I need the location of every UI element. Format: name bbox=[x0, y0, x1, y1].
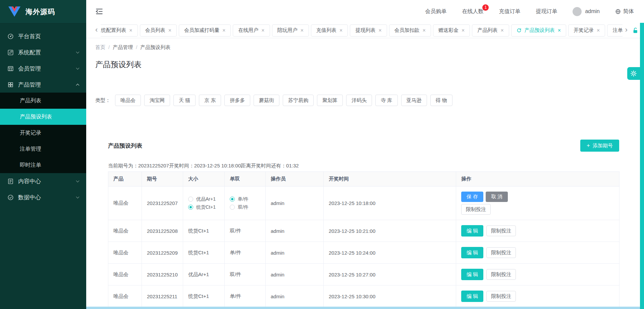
close-icon[interactable]: × bbox=[423, 28, 426, 33]
close-icon[interactable]: × bbox=[558, 28, 561, 33]
close-icon[interactable]: × bbox=[378, 28, 381, 33]
tab-member-list[interactable]: 会员列表 × bbox=[140, 24, 177, 37]
close-icon[interactable]: × bbox=[500, 28, 503, 33]
close-icon[interactable]: × bbox=[222, 28, 225, 33]
tab-draw-records[interactable]: 开奖记录 × bbox=[568, 24, 605, 37]
user-menu[interactable]: admin bbox=[573, 7, 600, 16]
tab-product-list[interactable]: 产品列表 × bbox=[472, 24, 509, 37]
unlock-icon[interactable] bbox=[632, 27, 639, 34]
cell-size: 优品Ar+1 bbox=[183, 264, 225, 286]
sidebar-item-product-management[interactable]: 产品管理 bbox=[0, 76, 86, 93]
tab-online-users[interactable]: 在线用户 × bbox=[233, 24, 270, 37]
edit-button[interactable]: 编 辑 bbox=[461, 291, 483, 302]
recharge-orders-link[interactable]: 充值订单 bbox=[499, 8, 520, 15]
settings-gear-button[interactable] bbox=[627, 67, 640, 80]
radio-on-icon[interactable] bbox=[188, 205, 193, 210]
radio-on-icon[interactable] bbox=[230, 197, 235, 202]
save-button[interactable]: 保 存 bbox=[461, 192, 483, 202]
limit-bet-button[interactable]: 限制投注 bbox=[486, 225, 516, 236]
tab-withdraw-list[interactable]: 提现列表 × bbox=[350, 24, 387, 37]
tab-escort-users[interactable]: 陪玩用户 × bbox=[272, 24, 309, 37]
type-btn-mogujie[interactable]: 蘑菇街 bbox=[254, 95, 279, 106]
limit-bet-button[interactable]: 限制投注 bbox=[486, 247, 516, 258]
refresh-icon[interactable] bbox=[517, 28, 522, 33]
sidebar-item-realtime-bets[interactable]: 即时注单 bbox=[0, 157, 86, 173]
tab-label: 开奖记录 bbox=[574, 27, 594, 34]
table-row: 唯品会 20231225210 优品Ar+1 双/件 admin 2023-12… bbox=[108, 264, 620, 286]
type-btn-siku[interactable]: 寺 库 bbox=[375, 95, 397, 106]
sidebar-item-dashboard[interactable]: 平台首页 bbox=[0, 28, 86, 44]
close-icon[interactable]: × bbox=[261, 28, 264, 33]
radio-size-option[interactable]: 优品Ar+1 bbox=[188, 196, 219, 202]
type-btn-tmall[interactable]: 天 猫 bbox=[173, 95, 196, 106]
menu-fold-icon[interactable] bbox=[95, 7, 104, 16]
close-icon[interactable]: × bbox=[597, 28, 600, 33]
limit-bet-button[interactable]: 限制投注 bbox=[461, 204, 491, 215]
tab-member-code-adjust[interactable]: 会员加减打码量 × bbox=[179, 24, 231, 37]
tab-member-adjustment[interactable]: 会员加扣款 × bbox=[389, 24, 431, 37]
sidebar-item-system-config[interactable]: 系统配置 bbox=[0, 44, 86, 60]
type-btn-taobao[interactable]: 淘宝网 bbox=[144, 95, 170, 106]
tab-label: 会员加扣款 bbox=[394, 27, 420, 34]
type-btn-suning[interactable]: 苏宁易购 bbox=[283, 95, 314, 106]
cell-actions: 编 辑 限制投注 bbox=[456, 264, 620, 286]
type-btn-juhuasuan[interactable]: 聚划算 bbox=[317, 95, 343, 106]
sidebar-item-product-list[interactable]: 产品列表 bbox=[0, 93, 86, 109]
tab-recharge-list[interactable]: 充值列表 × bbox=[311, 24, 348, 37]
type-btn-pinduoduo[interactable]: 拼多多 bbox=[224, 95, 250, 106]
tab-system-config-list[interactable]: 系统配置列表 × bbox=[101, 24, 138, 37]
member-purchase-orders-link[interactable]: 会员购单 bbox=[425, 8, 446, 15]
sidebar-item-bet-management[interactable]: 注单管理 bbox=[0, 141, 86, 157]
tabs-viewport: 系统配置列表 × 会员列表 × 会员加减打码量 × 在线用户 × 陪玩用户 × … bbox=[101, 24, 622, 37]
edit-button[interactable]: 编 辑 bbox=[461, 269, 483, 280]
cell-operator: admin bbox=[266, 242, 324, 264]
close-icon[interactable]: × bbox=[129, 28, 132, 33]
limit-bet-button[interactable]: 限制投注 bbox=[486, 291, 516, 302]
sidebar-item-member-management[interactable]: 会员管理 bbox=[0, 60, 86, 76]
radio-parity-option[interactable]: 单/件 bbox=[230, 196, 260, 202]
close-icon[interactable]: × bbox=[301, 28, 304, 33]
radio-size-option[interactable]: 统货Ct+1 bbox=[188, 204, 219, 210]
cell-issue: 20231225211 bbox=[142, 286, 183, 307]
limit-bet-button[interactable]: 限制投注 bbox=[486, 269, 516, 280]
close-icon[interactable]: × bbox=[168, 28, 171, 33]
cell-actions: 编 辑 限制投注 bbox=[456, 286, 620, 307]
online-users-count-link[interactable]: 在线人数 1 bbox=[462, 8, 483, 15]
tab-product-preset-list[interactable]: 产品预设列表 × bbox=[511, 24, 566, 37]
tab-label: 注单管理 bbox=[612, 27, 622, 34]
submenu-item-label: 注单管理 bbox=[20, 146, 41, 153]
submenu-item-label: 产品列表 bbox=[20, 97, 41, 104]
cancel-button[interactable]: 取 消 bbox=[486, 192, 508, 202]
tab-bet-management[interactable]: 注单管理 × bbox=[607, 24, 622, 37]
radio-parity-option[interactable]: 双/件 bbox=[230, 204, 260, 210]
type-btn-weipinhui[interactable]: 唯品会 bbox=[115, 95, 141, 106]
breadcrumb-product-management[interactable]: 产品管理 bbox=[113, 44, 133, 51]
sidebar-item-draw-records[interactable]: 开奖记录 bbox=[0, 125, 86, 141]
col-issue: 期号 bbox=[142, 172, 183, 187]
sidebar-item-product-preset-list[interactable]: 产品预设列表 bbox=[0, 109, 86, 125]
tabs-scroll-left[interactable]: ‹ bbox=[94, 26, 101, 35]
preset-list-card: 产品预设列表 + 添加期号 当前期号为：20231225207开奖时间：2023… bbox=[108, 140, 619, 307]
close-icon[interactable]: × bbox=[339, 28, 342, 33]
language-switcher[interactable]: 简体 bbox=[615, 8, 634, 15]
radio-off-icon[interactable] bbox=[230, 205, 235, 210]
breadcrumb-home[interactable]: 首页 bbox=[95, 44, 105, 51]
sidebar-item-content-center[interactable]: 内容中心 bbox=[0, 173, 86, 189]
type-btn-amazon[interactable]: 亚马逊 bbox=[401, 95, 427, 106]
type-btn-dewu[interactable]: 得 物 bbox=[430, 95, 452, 106]
type-btn-jd[interactable]: 京 东 bbox=[199, 95, 221, 106]
add-issue-button[interactable]: + 添加期号 bbox=[580, 140, 619, 152]
edit-button[interactable]: 编 辑 bbox=[461, 225, 483, 237]
edit-button[interactable]: 编 辑 bbox=[461, 247, 483, 258]
tabs-scroll-right[interactable]: › bbox=[623, 26, 630, 35]
type-btn-yangmatou[interactable]: 洋码头 bbox=[346, 95, 372, 106]
breadcrumb-current: 产品预设列表 bbox=[140, 44, 170, 51]
close-icon[interactable]: × bbox=[462, 28, 465, 33]
radio-off-icon[interactable] bbox=[188, 197, 193, 202]
check-circle-icon bbox=[7, 194, 14, 201]
sidebar-item-data-center[interactable]: 数据中心 bbox=[0, 189, 86, 205]
tab-bonus-gift[interactable]: 赠送彩金 × bbox=[433, 24, 470, 37]
tab-label: 会员列表 bbox=[145, 27, 165, 34]
horizontal-scrollbar-thumb[interactable] bbox=[86, 307, 640, 309]
withdraw-orders-link[interactable]: 提现订单 bbox=[536, 8, 557, 15]
